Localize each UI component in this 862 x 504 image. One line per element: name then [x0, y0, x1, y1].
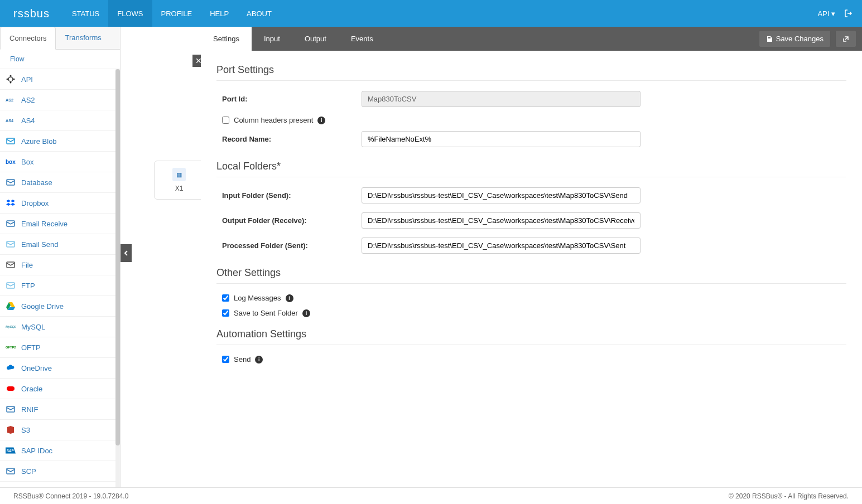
api-dropdown[interactable]: API ▾	[817, 9, 835, 18]
send-label: Send	[234, 355, 251, 364]
processed-folder-label: Processed Folder (Sent):	[216, 241, 362, 250]
record-name-input[interactable]	[362, 131, 641, 147]
svg-rect-17	[7, 406, 15, 412]
footer: RSSBus® Connect 2019 - 19.0.7284.0 © 202…	[0, 487, 862, 504]
connector-label: Database	[21, 178, 52, 187]
box-icon: box	[6, 157, 16, 167]
connector-label: Oracle	[21, 385, 42, 393]
connector-onedrive[interactable]: OneDrive	[0, 358, 120, 379]
flow-label[interactable]: Flow	[0, 50, 120, 69]
connector-label: Box	[21, 158, 33, 166]
connector-label: Azure Blob	[21, 137, 57, 146]
log-messages-label: Log Messages	[234, 294, 281, 302]
nav-about[interactable]: ABOUT	[238, 0, 281, 27]
panel-tab-events[interactable]: Events	[339, 27, 386, 51]
log-messages-checkbox[interactable]	[222, 294, 229, 302]
sidebar-tab-connectors[interactable]: Connectors	[0, 27, 56, 50]
section-other-settings-title: Other Settings	[216, 267, 846, 284]
connector-label: Email Receive	[21, 220, 68, 228]
connector-label: AS2	[21, 96, 35, 104]
connector-email-send[interactable]: Email Send	[0, 234, 120, 255]
connector-mysql[interactable]: MySQLMySQL	[0, 317, 120, 337]
save-changes-button[interactable]: Save Changes	[759, 30, 831, 47]
panel-tab-output[interactable]: Output	[292, 27, 339, 51]
info-icon[interactable]: i	[317, 117, 325, 124]
svg-text:OFTP2: OFTP2	[6, 346, 16, 349]
connector-label: SCP	[21, 467, 36, 476]
connector-label: Email Send	[21, 240, 58, 249]
app-header: rssbus STATUSFLOWSPROFILEHELPABOUT API ▾	[0, 0, 862, 27]
footer-copyright: © 2020 RSSBus® - All Rights Reserved.	[729, 492, 849, 500]
output-folder-label: Output Folder (Receive):	[216, 216, 362, 225]
connector-oracle[interactable]: Oracle	[0, 379, 120, 399]
connector-google-drive[interactable]: Google Drive	[0, 296, 120, 317]
mysql-icon: MySQL	[6, 322, 16, 332]
panel-tab-settings[interactable]: Settings	[201, 27, 252, 51]
panel-tabs: SettingsInputOutputEvents	[201, 27, 386, 51]
connector-dropbox[interactable]: Dropbox	[0, 193, 120, 214]
azure-icon	[6, 136, 16, 146]
sidebar-collapse-button[interactable]	[121, 244, 132, 262]
svg-rect-16	[7, 386, 15, 391]
connector-file[interactable]: File	[0, 255, 120, 275]
connector-ftp[interactable]: FTP	[0, 275, 120, 296]
input-folder-input[interactable]	[362, 187, 641, 203]
connector-oftp[interactable]: OFTP2OFTP	[0, 337, 120, 358]
connector-as2[interactable]: AS2AS2	[0, 90, 120, 110]
info-icon[interactable]: i	[286, 294, 293, 302]
svg-point-2	[13, 79, 15, 80]
connector-label: File	[21, 261, 33, 269]
onedrive-icon	[6, 363, 16, 373]
svg-rect-9	[7, 180, 15, 185]
port-id-input	[362, 91, 641, 107]
panel-tab-input[interactable]: Input	[252, 27, 292, 51]
dropbox-icon	[6, 198, 16, 208]
nav-profile[interactable]: PROFILE	[152, 0, 201, 27]
logo: rssbus	[0, 7, 63, 20]
svg-point-1	[10, 75, 12, 77]
svg-rect-10	[7, 221, 15, 226]
sftp-icon	[6, 487, 16, 487]
info-icon[interactable]: i	[302, 309, 310, 317]
gdrive-icon	[6, 301, 16, 311]
scrollbar[interactable]	[115, 69, 120, 487]
info-icon[interactable]: i	[255, 356, 263, 364]
connector-api[interactable]: API	[0, 69, 120, 90]
connector-rnif[interactable]: RNIF	[0, 399, 120, 420]
save-sent-checkbox[interactable]	[222, 309, 229, 317]
connector-box[interactable]: boxBox	[0, 152, 120, 172]
connector-azure-blob[interactable]: Azure Blob	[0, 131, 120, 152]
nav-status[interactable]: STATUS	[63, 0, 108, 27]
svg-text:AS2: AS2	[6, 98, 13, 103]
email-icon	[6, 219, 16, 229]
connector-s3[interactable]: S3	[0, 420, 120, 440]
svg-text:SAP: SAP	[7, 449, 14, 453]
sidebar-tab-transforms[interactable]: Transforms	[56, 27, 110, 49]
connector-label: FTP	[21, 282, 35, 290]
external-link-button[interactable]	[835, 30, 856, 47]
canvas-node[interactable]: ▦ X1	[154, 161, 204, 200]
column-headers-label: Column headers present	[234, 116, 313, 124]
scp-icon	[6, 466, 16, 476]
connector-scp[interactable]: SCP	[0, 461, 120, 482]
connector-sap-idoc[interactable]: SAPSAP IDoc	[0, 440, 120, 461]
connector-database[interactable]: Database	[0, 172, 120, 193]
connector-email-receive[interactable]: Email Receive	[0, 214, 120, 234]
input-folder-label: Input Folder (Send):	[216, 191, 362, 200]
connector-sftp[interactable]: SFTP	[0, 482, 120, 487]
output-folder-input[interactable]	[362, 212, 641, 229]
processed-folder-input[interactable]	[362, 238, 641, 254]
save-sent-label: Save to Sent Folder	[234, 309, 298, 317]
sidebar-tabs: ConnectorsTransforms	[0, 27, 120, 50]
s3-icon	[6, 425, 16, 435]
connector-as4[interactable]: AS4AS4	[0, 110, 120, 131]
send-checkbox[interactable]	[222, 356, 229, 363]
flow-canvas[interactable]: ▦ X1 ✕ SettingsInputOutputEvents Save Ch…	[121, 27, 862, 487]
column-headers-checkbox[interactable]	[222, 117, 229, 124]
connector-label: SAP IDoc	[21, 447, 52, 455]
nav-help[interactable]: HELP	[201, 0, 238, 27]
logout-icon[interactable]	[844, 9, 853, 18]
section-port-settings-title: Port Settings	[216, 64, 846, 81]
nav-flows[interactable]: FLOWS	[108, 0, 152, 27]
node-label: X1	[175, 185, 184, 192]
